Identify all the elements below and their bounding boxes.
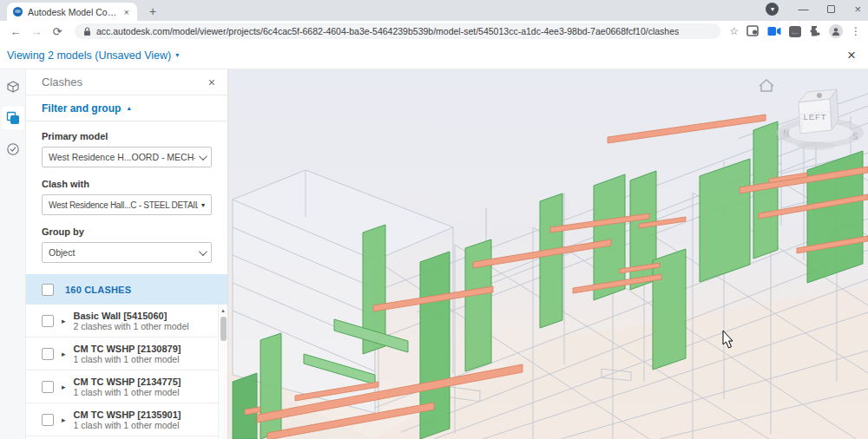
clash-list-item[interactable]: ▸ CM TC WSHP [2135901] 1 clash with 1 ot…: [26, 403, 227, 436]
primary-model-label: Primary model: [42, 131, 212, 141]
chevron-down-icon: [199, 152, 207, 161]
item-text: Basic Wall [5415060] 2 clashes with 1 ot…: [74, 311, 189, 331]
clash-count-label: 160 CLASHES: [65, 285, 131, 295]
chevron-up-icon: ▲: [126, 105, 132, 111]
toolbar-icons: ☆ ... ⋮: [729, 24, 861, 38]
rail-item-models-active[interactable]: [2, 107, 24, 129]
clash-with-select[interactable]: West Residence Hall...C - STEEL DETAILIN…: [42, 194, 212, 215]
expand-caret-icon[interactable]: ▸: [62, 416, 66, 424]
layers-icon: [6, 111, 20, 125]
expand-caret-icon[interactable]: ▸: [62, 317, 66, 325]
item-checkbox[interactable]: [42, 414, 54, 426]
item-text: CM TC WSHP [2130879] 1 clash with 1 othe…: [74, 344, 181, 364]
video-camera-extension-icon[interactable]: [767, 26, 781, 36]
primary-model-value: West Residence H...OORD - MECH-DUCT: [49, 152, 195, 162]
compass-north-label[interactable]: N: [783, 128, 789, 138]
filter-and-group-toggle[interactable]: Filter and group ▲: [26, 95, 227, 121]
compass-south-label[interactable]: S: [852, 132, 858, 141]
clashes-panel: Clashes × Filter and group ▲ Primary mod…: [26, 69, 228, 439]
clipboard-extension-icon[interactable]: [746, 25, 760, 37]
clash-count-row: 160 CLASHES: [26, 274, 227, 305]
chevron-down-icon: [199, 247, 207, 256]
item-subtitle: 1 clash with 1 other model: [74, 387, 181, 397]
cube-icon: [6, 80, 20, 94]
panel-close-icon[interactable]: ×: [208, 75, 215, 89]
window-maximize-button[interactable]: [827, 5, 835, 13]
primary-model-field: Primary model West Residence H...OORD - …: [42, 131, 212, 167]
viewcube-face-label[interactable]: LEFT: [803, 112, 826, 121]
check-circle-icon: [6, 142, 20, 156]
cube-top-mark: [817, 93, 822, 98]
group-by-label: Group by: [42, 226, 212, 237]
chevron-down-icon: ▾: [175, 51, 179, 59]
new-tab-button[interactable]: +: [149, 4, 156, 18]
clash-list-item[interactable]: ▸ CM TC WSHP [2130879] 1 clash with 1 ot…: [26, 337, 227, 370]
list-scrollbar[interactable]: ▴: [218, 305, 227, 439]
item-text: CM TC WSHP [2134775] 1 clash with 1 othe…: [74, 377, 181, 397]
window-minimize-button[interactable]: —: [798, 5, 808, 14]
clash-list-item[interactable]: ▸ CM TC WSHP [2134775] 1 clash with 1 ot…: [26, 370, 227, 403]
bookmark-star-icon[interactable]: ☆: [729, 25, 739, 37]
filter-fields: Primary model West Residence H...OORD - …: [26, 121, 227, 274]
person-icon: [832, 27, 840, 36]
group-by-value: Object: [49, 247, 195, 258]
group-by-select[interactable]: Object: [42, 242, 212, 263]
model-viewport[interactable]: N S LEFT: [228, 69, 868, 439]
model-3d-scene: N S LEFT: [228, 69, 868, 439]
tab-close-icon[interactable]: ×: [122, 7, 131, 17]
tab-title: Autodesk Model Coordination: [28, 7, 117, 17]
item-title: CM TC WSHP [2135901]: [74, 410, 181, 420]
viewer-close-icon[interactable]: ×: [847, 49, 856, 62]
captions-extension-icon[interactable]: ...: [789, 26, 801, 37]
rail-item-model[interactable]: [2, 75, 24, 98]
url-text[interactable]: acc.autodesk.com/model/viewer/projects/6…: [96, 26, 679, 36]
url-bar[interactable]: acc.autodesk.com/model/viewer/projects/6…: [75, 23, 720, 39]
cube-shadow: [797, 141, 835, 150]
item-title: CM TC WSHP [2134775]: [74, 377, 181, 387]
extensions-puzzle-icon[interactable]: [809, 25, 821, 37]
item-subtitle: 1 clash with 1 other model: [74, 354, 181, 364]
item-checkbox[interactable]: [42, 315, 54, 327]
item-title: Basic Wall [5415060]: [74, 311, 189, 321]
expand-caret-icon[interactable]: ▸: [62, 350, 66, 358]
app-window: Autodesk Model Coordination × + ▾ — × ← …: [0, 0, 868, 439]
caret-down-icon: ▾: [201, 201, 205, 209]
browser-menu-icon[interactable]: ⋮: [851, 25, 861, 37]
item-subtitle: 1 clash with 1 other model: [74, 420, 181, 430]
panel-title: Clashes: [42, 75, 82, 88]
clashes-panel-header: Clashes ×: [26, 69, 227, 95]
group-by-field: Group by Object: [42, 226, 212, 263]
item-checkbox[interactable]: [42, 348, 54, 360]
home-icon[interactable]: [760, 80, 773, 91]
browser-tab[interactable]: Autodesk Model Coordination ×: [7, 3, 137, 21]
main-area: Clashes × Filter and group ▲ Primary mod…: [0, 69, 868, 439]
primary-model-select[interactable]: West Residence H...OORD - MECH-DUCT: [42, 147, 212, 167]
item-title: CM TC WSHP [2130879]: [74, 344, 181, 354]
item-subtitle: 2 clashes with 1 other model: [74, 321, 189, 331]
clash-with-value: West Residence Hall...C - STEEL DETAILIN…: [49, 200, 198, 210]
profile-avatar[interactable]: [829, 24, 843, 38]
window-controls: ▾ — ×: [766, 3, 861, 16]
scrollbar-thumb[interactable]: [220, 317, 227, 341]
clash-with-label: Clash with: [42, 179, 212, 189]
item-checkbox[interactable]: [42, 381, 54, 393]
record-indicator-icon[interactable]: ▾: [766, 3, 779, 16]
forward-button[interactable]: →: [28, 25, 45, 38]
back-button[interactable]: ←: [7, 25, 24, 38]
browser-tab-bar: Autodesk Model Coordination × + ▾ — ×: [0, 0, 868, 21]
select-all-checkbox[interactable]: [42, 284, 54, 296]
window-close-button[interactable]: ×: [854, 3, 861, 16]
lock-icon: [83, 27, 91, 36]
tool-rail: [0, 69, 26, 439]
rail-item-checks[interactable]: [2, 138, 24, 161]
viewing-models-label: Viewing 2 models (Unsaved View): [7, 49, 171, 62]
reload-button[interactable]: ⟳: [49, 25, 66, 38]
clash-list-item[interactable]: ▸ Basic Wall [5415060] 2 clashes with 1 …: [26, 305, 227, 337]
tab-favicon: [13, 7, 23, 16]
viewer-header: Viewing 2 models (Unsaved View) ▾ ×: [0, 42, 868, 69]
expand-caret-icon[interactable]: ▸: [62, 383, 66, 391]
browser-toolbar: ← → ⟳ acc.autodesk.com/model/viewer/proj…: [0, 21, 868, 42]
scroll-up-icon[interactable]: ▴: [219, 305, 227, 314]
item-text: CM TC WSHP [2135901] 1 clash with 1 othe…: [74, 410, 181, 430]
viewing-models-dropdown[interactable]: Viewing 2 models (Unsaved View) ▾: [7, 49, 179, 62]
